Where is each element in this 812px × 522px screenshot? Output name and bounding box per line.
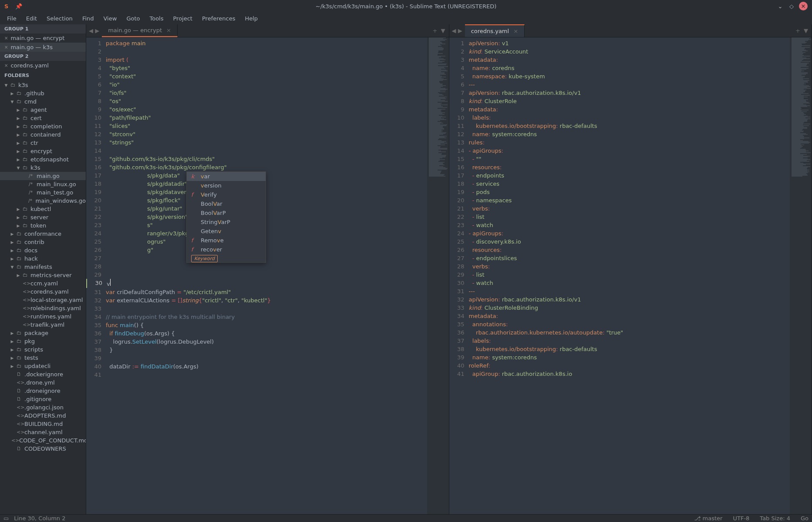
disclosure-icon[interactable]: ▶ — [16, 108, 21, 112]
disclosure-icon[interactable]: ▼ — [10, 265, 15, 269]
disclosure-icon[interactable]: ▶ — [10, 257, 15, 261]
git-branch[interactable]: master — [703, 515, 723, 522]
disclosure-icon[interactable]: ▶ — [10, 232, 15, 236]
autocomplete-item[interactable]: BoolVarP — [187, 208, 266, 218]
disclosure-icon[interactable]: ▶ — [10, 364, 15, 368]
tree-folder[interactable]: ▶🗀completion — [0, 122, 86, 130]
tree-folder[interactable]: ▼🗀cmd — [0, 97, 86, 106]
menu-find[interactable]: Find — [78, 13, 98, 23]
disclosure-icon[interactable]: ▶ — [10, 356, 15, 360]
autocomplete-item[interactable]: fVerify — [187, 190, 266, 199]
tree-file[interactable]: <>runtimes.yaml — [0, 312, 86, 321]
tree-file[interactable]: <>ADOPTERS.md — [0, 412, 86, 420]
code-editor[interactable]: 1apiVersion: v12kind: ServiceAccount3met… — [449, 37, 790, 514]
disclosure-icon[interactable]: ▶ — [16, 215, 21, 220]
tree-file[interactable]: <>.drone.yml — [0, 378, 86, 387]
tree-folder[interactable]: ▶🗀etcdsnapshot — [0, 155, 86, 164]
tree-file[interactable]: /*main_linux.go — [0, 180, 86, 188]
tree-file[interactable]: /*main.go — [0, 172, 86, 180]
tree-file[interactable]: <>channel.yaml — [0, 428, 86, 436]
disclosure-icon[interactable]: ▶ — [16, 116, 21, 120]
close-icon[interactable]: ✕ — [799, 2, 808, 10]
maximize-icon[interactable]: ◇ — [788, 2, 795, 10]
tree-folder[interactable]: ▶🗀.github — [0, 89, 86, 97]
tree-file[interactable]: /*main_windows.go — [0, 197, 86, 205]
close-icon[interactable]: × — [4, 36, 8, 40]
tab-nav[interactable]: ◀ ▶ — [449, 24, 465, 37]
tree-folder[interactable]: ▶🗀contrib — [0, 238, 86, 246]
open-file[interactable]: ×main.go — encrypt — [0, 33, 86, 43]
autocomplete-item[interactable]: fRemove — [187, 236, 266, 245]
disclosure-icon[interactable]: ▶ — [10, 240, 15, 244]
disclosure-icon[interactable]: ▶ — [10, 339, 15, 344]
autocomplete-item[interactable]: Getenv — [187, 227, 266, 236]
sidebar[interactable]: GROUP 1 ×main.go — encrypt×main.go — k3s… — [0, 24, 86, 514]
status-icon[interactable]: ▭ — [3, 515, 9, 522]
new-tab-icon[interactable]: + — [433, 27, 438, 34]
tree-file[interactable]: <>ccm.yaml — [0, 279, 86, 288]
tree-file[interactable]: <>local-storage.yaml — [0, 296, 86, 304]
open-file[interactable]: ×main.go — k3s — [0, 43, 86, 52]
tree-folder[interactable]: ▶🗀tests — [0, 354, 86, 362]
close-icon[interactable]: × — [166, 27, 171, 33]
menu-goto[interactable]: Goto — [122, 13, 144, 23]
tree-folder[interactable]: ▼🗀manifests — [0, 263, 86, 271]
close-icon[interactable]: × — [4, 45, 8, 50]
tab-menu-icon[interactable]: ▼ — [441, 27, 445, 34]
tree-folder[interactable]: ▶🗀token — [0, 221, 86, 230]
tree-file[interactable]: 🗋.droneignore — [0, 387, 86, 395]
tree-folder[interactable]: ▼🗀k3s — [0, 81, 86, 89]
pin-icon[interactable]: 📌 — [15, 3, 22, 10]
tab[interactable]: main.go — encrypt× — [102, 24, 178, 36]
tree-folder[interactable]: ▶🗀scripts — [0, 345, 86, 354]
autocomplete-item[interactable]: kvar — [187, 172, 266, 181]
tree-folder[interactable]: ▶🗀docs — [0, 246, 86, 254]
tree-folder[interactable]: ▶🗀conformance — [0, 230, 86, 238]
disclosure-icon[interactable]: ▼ — [10, 100, 15, 104]
tree-file[interactable]: 🗋CODEOWNERS — [0, 445, 86, 453]
minimize-icon[interactable]: ⌄ — [776, 2, 784, 10]
minimap[interactable] — [790, 37, 812, 514]
menu-view[interactable]: View — [99, 13, 121, 23]
code-editor[interactable]: 1package main23import (4 "bytes"5 "conte… — [86, 37, 427, 514]
disclosure-icon[interactable]: ▶ — [10, 331, 15, 335]
tab-nav[interactable]: ◀ ▶ — [86, 24, 102, 37]
disclosure-icon[interactable]: ▼ — [3, 83, 9, 87]
close-icon[interactable]: × — [513, 28, 518, 34]
tree-file[interactable]: <>coredns.yaml — [0, 288, 86, 296]
autocomplete-item[interactable]: StringVarP — [187, 218, 266, 227]
tree-file[interactable]: 🗋.gitignore — [0, 395, 86, 403]
autocomplete-item[interactable]: version — [187, 181, 266, 190]
encoding[interactable]: UTF-8 — [733, 515, 749, 522]
minimap[interactable] — [427, 37, 449, 514]
disclosure-icon[interactable]: ▶ — [16, 124, 21, 129]
disclosure-icon[interactable]: ▶ — [16, 273, 21, 278]
tab[interactable]: coredns.yaml× — [465, 24, 525, 37]
disclosure-icon[interactable]: ▶ — [10, 91, 15, 96]
tree-folder[interactable]: ▶🗀server — [0, 213, 86, 221]
menu-help[interactable]: Help — [240, 13, 262, 23]
new-tab-icon[interactable]: + — [795, 27, 800, 34]
tree-folder[interactable]: ▶🗀containerd — [0, 130, 86, 139]
disclosure-icon[interactable]: ▶ — [16, 157, 21, 162]
disclosure-icon[interactable]: ▶ — [10, 348, 15, 352]
menu-project[interactable]: Project — [168, 13, 196, 23]
menu-edit[interactable]: Edit — [22, 13, 41, 23]
tab-size[interactable]: Tab Size: 4 — [760, 515, 790, 522]
tree-folder[interactable]: ▶🗀ctr — [0, 139, 86, 147]
open-file[interactable]: ×coredns.yaml — [0, 61, 86, 70]
autocomplete-item[interactable]: BoolVar — [187, 199, 266, 208]
tree-file[interactable]: 🗋.dockerignore — [0, 370, 86, 378]
tree-folder[interactable]: ▶🗀kubectl — [0, 205, 86, 213]
disclosure-icon[interactable]: ▶ — [16, 133, 21, 137]
autocomplete-item[interactable]: frecover — [187, 245, 266, 254]
tree-folder[interactable]: ▶🗀updatecli — [0, 362, 86, 370]
tree-folder[interactable]: ▶🗀metrics-server — [0, 271, 86, 279]
syntax[interactable]: Go — [801, 515, 809, 522]
disclosure-icon[interactable]: ▶ — [10, 248, 15, 253]
disclosure-icon[interactable]: ▶ — [16, 207, 21, 211]
tree-file[interactable]: <>BUILDING.md — [0, 420, 86, 428]
tree-folder[interactable]: ▶🗀cert — [0, 114, 86, 122]
disclosure-icon[interactable]: ▶ — [16, 224, 21, 228]
disclosure-icon[interactable]: ▶ — [16, 149, 21, 154]
